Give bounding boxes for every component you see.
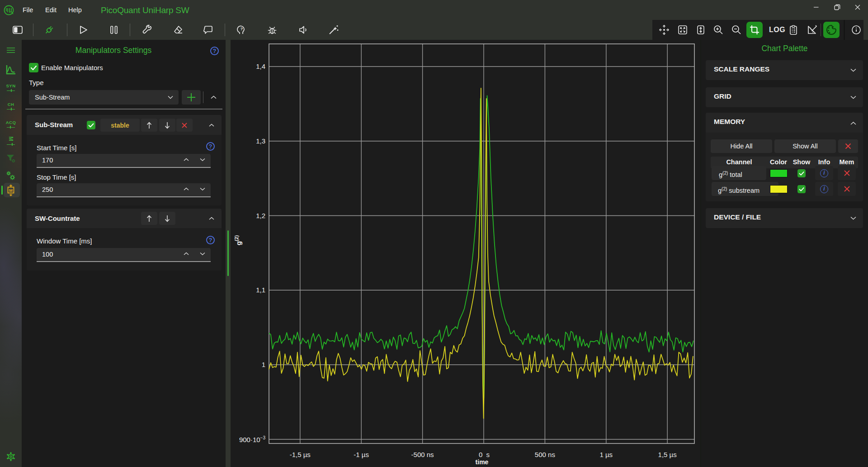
svg-text:?: ?	[241, 27, 243, 31]
svg-text:M: M	[9, 188, 13, 193]
